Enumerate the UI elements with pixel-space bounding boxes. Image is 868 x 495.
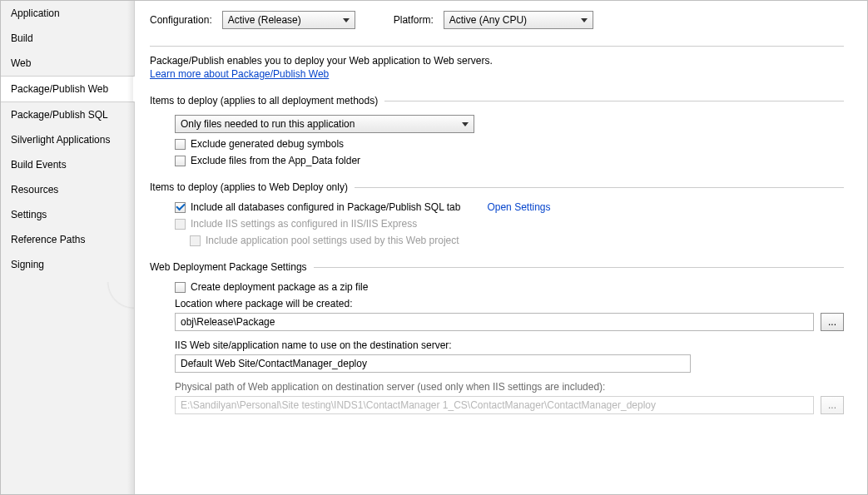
- platform-value: Active (Any CPU): [449, 14, 527, 26]
- section-items-all-label: Items to deploy (applies to all deployme…: [150, 95, 378, 106]
- exclude-appdata-checkbox[interactable]: [175, 156, 186, 166]
- sidebar-item-resources[interactable]: Resources: [1, 177, 134, 202]
- phys-path-label: Physical path of Web application on dest…: [175, 381, 844, 393]
- section-rule: [314, 267, 844, 268]
- divider: [150, 46, 844, 47]
- section-package-settings: Web Deployment Package Settings: [150, 261, 844, 273]
- sidebar-item-signing[interactable]: Signing: [1, 252, 134, 277]
- exclude-appdata-label: Exclude files from the App_Data folder: [191, 155, 360, 166]
- create-zip-checkbox[interactable]: [175, 282, 186, 293]
- sidebar-item-build[interactable]: Build: [1, 26, 134, 51]
- exclude-debug-checkbox[interactable]: [175, 139, 186, 150]
- phys-path-input: [175, 396, 814, 414]
- sidebar-item-package-publish-web[interactable]: Package/Publish Web: [1, 76, 134, 102]
- include-apppool-label: Include application pool settings used b…: [206, 235, 459, 246]
- browse-location-button[interactable]: ...: [821, 313, 844, 331]
- include-apppool-checkbox: [190, 235, 201, 246]
- section-items-webdeploy: Items to deploy (applies to Web Deploy o…: [150, 181, 844, 193]
- include-iis-label: Include IIS settings as configured in II…: [191, 218, 417, 230]
- configuration-label: Configuration:: [150, 14, 212, 26]
- sidebar-item-application[interactable]: Application: [1, 1, 134, 26]
- include-iis-checkbox: [175, 219, 186, 230]
- chevron-down-icon: [343, 18, 350, 22]
- sidebar-item-build-events[interactable]: Build Events: [1, 152, 134, 177]
- section-items-webdeploy-label: Items to deploy (applies to Web Deploy o…: [150, 181, 348, 193]
- project-properties-window: Application Build Web Package/Publish We…: [0, 0, 868, 495]
- main-scroll-area[interactable]: Package/Publish enables you to deploy yo…: [150, 42, 852, 494]
- section-package-settings-label: Web Deployment Package Settings: [150, 261, 307, 273]
- learn-more-link[interactable]: Learn more about Package/Publish Web: [150, 68, 329, 80]
- platform-select[interactable]: Active (Any CPU): [444, 11, 593, 29]
- location-label: Location where package will be created:: [175, 298, 844, 309]
- iis-name-label: IIS Web site/application name to use on …: [175, 339, 844, 351]
- sidebar-item-settings[interactable]: Settings: [1, 202, 134, 227]
- configuration-select[interactable]: Active (Release): [222, 11, 355, 29]
- include-databases-label: Include all databases configured in Pack…: [191, 201, 460, 213]
- intro-text: Package/Publish enables you to deploy yo…: [150, 55, 844, 67]
- open-settings-link[interactable]: Open Settings: [487, 201, 550, 213]
- chevron-down-icon: [581, 18, 588, 22]
- deploy-mode-select[interactable]: Only files needed to run this applicatio…: [175, 115, 474, 133]
- section-rule: [384, 101, 844, 101]
- include-databases-checkbox[interactable]: [175, 202, 186, 213]
- sidebar: Application Build Web Package/Publish We…: [1, 1, 134, 494]
- location-input[interactable]: [175, 313, 814, 331]
- browse-phys-path-button: ...: [821, 396, 844, 414]
- configuration-value: Active (Release): [228, 14, 301, 26]
- sidebar-item-web[interactable]: Web: [1, 51, 134, 76]
- chevron-down-icon: [462, 122, 469, 126]
- sidebar-curve-decoration: [1, 282, 134, 315]
- create-zip-label: Create deployment package as a zip file: [191, 281, 368, 293]
- deploy-mode-value: Only files needed to run this applicatio…: [181, 118, 355, 130]
- section-items-all: Items to deploy (applies to all deployme…: [150, 95, 844, 106]
- main-panel: Configuration: Active (Release) Platform…: [134, 1, 867, 494]
- section-rule: [355, 187, 844, 188]
- sidebar-item-reference-paths[interactable]: Reference Paths: [1, 227, 134, 252]
- exclude-debug-label: Exclude generated debug symbols: [191, 138, 344, 150]
- sidebar-item-package-publish-sql[interactable]: Package/Publish SQL: [1, 102, 134, 127]
- iis-name-input[interactable]: [175, 354, 691, 373]
- platform-label: Platform:: [394, 14, 434, 26]
- configuration-row: Configuration: Active (Release) Platform…: [150, 11, 852, 29]
- sidebar-item-silverlight[interactable]: Silverlight Applications: [1, 127, 134, 152]
